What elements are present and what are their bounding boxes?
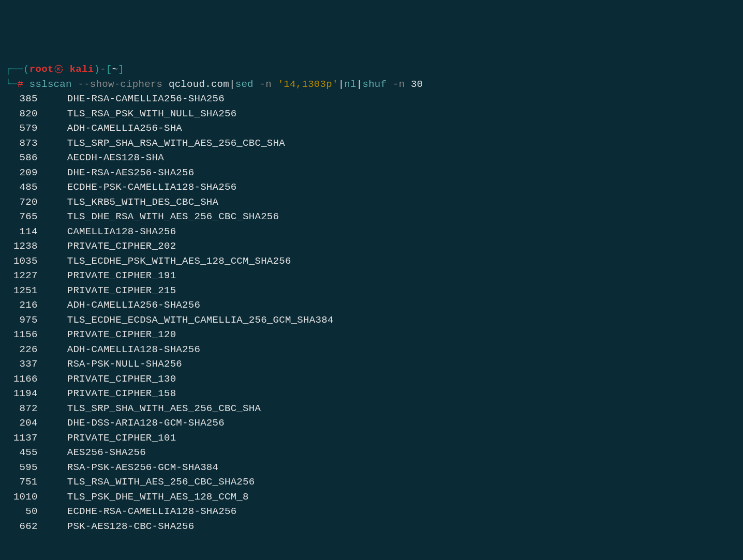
box-drawing-icon: ┌── xyxy=(5,64,23,75)
cipher-name: PRIVATE_CIPHER_191 xyxy=(67,270,176,281)
cipher-name: ADH-CAMELLIA256-SHA xyxy=(67,123,182,134)
cipher-name: TLS_DHE_RSA_WITH_AES_256_CBC_SHA256 xyxy=(67,211,279,222)
line-number: 1156 xyxy=(5,327,38,342)
cipher-name: CAMELLIA128-SHA256 xyxy=(67,226,176,237)
cipher-name: ECDHE-RSA-CAMELLIA128-SHA256 xyxy=(67,506,237,517)
option-show-ciphers: --show-ciphers xyxy=(72,79,169,90)
cipher-name: DHE-RSA-AES256-SHA256 xyxy=(67,167,195,178)
output-row: 216ADH-CAMELLIA256-SHA256 xyxy=(5,298,738,313)
line-number: 586 xyxy=(5,150,38,165)
command-nl: nl xyxy=(344,79,356,90)
sed-option-n: -n xyxy=(254,79,278,90)
cipher-name: DHE-RSA-CAMELLIA256-SHA256 xyxy=(67,93,225,104)
output-row: 586AECDH-AES128-SHA xyxy=(5,150,738,165)
line-number: 595 xyxy=(5,460,38,475)
output-row: 226ADH-CAMELLIA128-SHA256 xyxy=(5,342,738,357)
line-number: 1035 xyxy=(5,254,38,269)
output-row: 1227PRIVATE_CIPHER_191 xyxy=(5,268,738,283)
cipher-name: ECDHE-PSK-CAMELLIA128-SHA256 xyxy=(67,181,237,193)
arg-hostname: qcloud.com xyxy=(169,79,229,90)
line-number: 204 xyxy=(5,416,38,431)
hostname: kali xyxy=(64,64,94,75)
cipher-name: DHE-DSS-ARIA128-GCM-SHA256 xyxy=(67,417,225,429)
line-number: 662 xyxy=(5,519,38,534)
output-row: 1238PRIVATE_CIPHER_202 xyxy=(5,239,738,254)
line-number: 820 xyxy=(5,107,38,122)
output-row: 114CAMELLIA128-SHA256 xyxy=(5,224,738,239)
command-shuf: shuf xyxy=(362,79,387,90)
cipher-name: PRIVATE_CIPHER_101 xyxy=(67,432,176,444)
output-row: 1156PRIVATE_CIPHER_120 xyxy=(5,327,738,342)
output-row: 1035TLS_ECDHE_PSK_WITH_AES_128_CCM_SHA25… xyxy=(5,254,738,269)
output-row: 872TLS_SRP_SHA_WITH_AES_256_CBC_SHA xyxy=(5,401,738,416)
bracket-close: ] xyxy=(118,64,124,75)
line-number: 1010 xyxy=(5,490,38,505)
cipher-name: TLS_ECDHE_PSK_WITH_AES_128_CCM_SHA256 xyxy=(67,255,291,267)
cwd-path: ~ xyxy=(112,64,118,75)
cipher-name: PRIVATE_CIPHER_202 xyxy=(67,240,176,252)
output-row: 579ADH-CAMELLIA256-SHA xyxy=(5,121,738,136)
skull-icon: ㉿ xyxy=(54,64,64,75)
cipher-name: PRIVATE_CIPHER_130 xyxy=(67,373,176,385)
output-row: 765TLS_DHE_RSA_WITH_AES_256_CBC_SHA256 xyxy=(5,209,738,224)
pipe-1: | xyxy=(229,79,235,90)
output-row: 485ECDHE-PSK-CAMELLIA128-SHA256 xyxy=(5,180,738,195)
line-number: 114 xyxy=(5,224,38,239)
prompt-line-1: ┌──(root㉿ kali)-[~] xyxy=(5,62,738,77)
output-row: 1010TLS_PSK_DHE_WITH_AES_128_CCM_8 xyxy=(5,490,738,505)
shuf-option-n: -n xyxy=(387,79,411,90)
cipher-name: PRIVATE_CIPHER_158 xyxy=(67,388,176,399)
terminal[interactable]: ┌──(root㉿ kali)-[~]└─# sslscan --show-ci… xyxy=(5,62,738,534)
cipher-name: TLS_KRB5_WITH_DES_CBC_SHA xyxy=(67,196,219,208)
cipher-name: PSK-AES128-CBC-SHA256 xyxy=(67,521,195,532)
cipher-name: PRIVATE_CIPHER_215 xyxy=(67,285,176,296)
pipe-3: | xyxy=(356,79,363,90)
line-number: 337 xyxy=(5,357,38,372)
line-number: 720 xyxy=(5,195,38,210)
output-row: 751TLS_RSA_WITH_AES_256_CBC_SHA256 xyxy=(5,475,738,490)
cipher-name: ADH-CAMELLIA256-SHA256 xyxy=(67,299,200,311)
cipher-name: PRIVATE_CIPHER_120 xyxy=(67,329,176,340)
dash-separator: - xyxy=(100,64,106,75)
cipher-name: AECDH-AES128-SHA xyxy=(67,152,164,163)
terminal-output: 385DHE-RSA-CAMELLIA256-SHA256820TLS_RSA_… xyxy=(5,92,738,534)
output-row: 595RSA-PSK-AES256-GCM-SHA384 xyxy=(5,460,738,475)
line-number: 975 xyxy=(5,313,38,328)
cipher-name: TLS_PSK_DHE_WITH_AES_128_CCM_8 xyxy=(67,491,249,503)
line-number: 1251 xyxy=(5,283,38,298)
command-sslscan: sslscan xyxy=(29,79,72,90)
cipher-name: TLS_RSA_PSK_WITH_NULL_SHA256 xyxy=(67,108,237,119)
output-row: 209DHE-RSA-AES256-SHA256 xyxy=(5,165,738,180)
sed-range-string: '14,1303p' xyxy=(278,79,338,90)
line-number: 1137 xyxy=(5,431,38,446)
cipher-name: AES256-SHA256 xyxy=(67,447,146,458)
line-number: 1227 xyxy=(5,268,38,283)
line-number: 765 xyxy=(5,209,38,224)
bracket-open: [ xyxy=(106,64,112,75)
cipher-name: TLS_RSA_WITH_AES_256_CBC_SHA256 xyxy=(67,476,255,488)
paren-open: ( xyxy=(23,64,29,75)
output-row: 720TLS_KRB5_WITH_DES_CBC_SHA xyxy=(5,195,738,210)
line-number: 872 xyxy=(5,401,38,416)
output-row: 1137PRIVATE_CIPHER_101 xyxy=(5,431,738,446)
line-number: 50 xyxy=(5,504,38,519)
output-row: 337RSA-PSK-NULL-SHA256 xyxy=(5,357,738,372)
line-number: 226 xyxy=(5,342,38,357)
line-number: 1194 xyxy=(5,386,38,401)
cipher-name: TLS_SRP_SHA_WITH_AES_256_CBC_SHA xyxy=(67,403,261,414)
paren-close: ) xyxy=(94,64,100,75)
output-row: 204DHE-DSS-ARIA128-GCM-SHA256 xyxy=(5,416,738,431)
output-row: 975TLS_ECDHE_ECDSA_WITH_CAMELLIA_256_GCM… xyxy=(5,313,738,328)
output-row: 1194PRIVATE_CIPHER_158 xyxy=(5,386,738,401)
output-row: 50ECDHE-RSA-CAMELLIA128-SHA256 xyxy=(5,504,738,519)
cipher-name: TLS_SRP_SHA_RSA_WITH_AES_256_CBC_SHA xyxy=(67,138,285,149)
output-row: 1251PRIVATE_CIPHER_215 xyxy=(5,283,738,298)
line-number: 209 xyxy=(5,165,38,180)
command-sed: sed xyxy=(235,79,254,90)
line-number: 216 xyxy=(5,298,38,313)
line-number: 873 xyxy=(5,136,38,151)
pipe-2: | xyxy=(338,79,345,90)
line-number: 1166 xyxy=(5,372,38,387)
line-number: 485 xyxy=(5,180,38,195)
output-row: 455AES256-SHA256 xyxy=(5,445,738,460)
